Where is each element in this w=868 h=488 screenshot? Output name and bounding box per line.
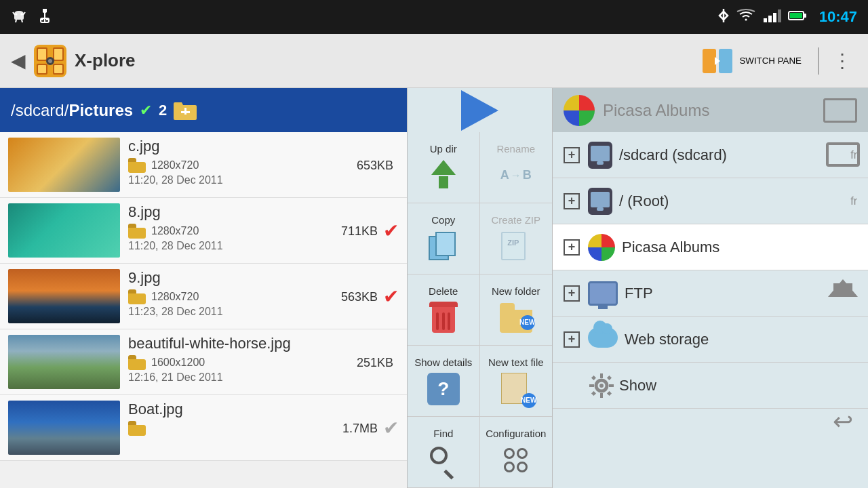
location-item-sdcard[interactable]: + /sdcard (sdcard) fr [553,132,868,178]
list-item[interactable]: c.jpg 868x488 653KB 11:20, 28 Dec 2011 [0,132,407,198]
file-date: 11:20, 28 Dec 2011 [128,240,378,252]
expand-button[interactable]: + [564,147,580,163]
file-size: 653KB [357,159,393,173]
up-dir-button[interactable]: Up dir [408,132,480,203]
nav-bar: ↩ [817,88,868,488]
file-size: 563KB [341,290,378,304]
file-dims: 868x488 [151,291,199,303]
create-zip-button[interactable]: Create ZIP ZIP [480,203,553,274]
copy-label: Copy [431,214,455,226]
file-meta: 1600x1200 251KB [128,355,393,370]
create-zip-icon: ZIP [499,230,533,264]
rename-label: Rename [496,143,535,155]
app-title: X-plore [75,50,694,71]
file-name: 9.jpg [128,269,378,287]
thumbnail [8,401,120,455]
cloud-icon [588,327,618,352]
file-name: c.jpg [128,138,393,155]
file-size: 711KB [341,224,378,239]
svg-rect-38 [607,375,612,380]
file-meta: 868x488 653KB [128,158,393,173]
list-item[interactable]: beautiful-white-horse.jpg 1600x1200 251K… [0,329,407,395]
home-nav-button[interactable] [823,268,863,308]
file-meta: 868x488 563KB [128,289,378,304]
delete-button[interactable]: Delete [408,274,480,346]
svg-rect-13 [804,14,806,18]
svg-rect-16 [38,49,46,60]
new-folder-button[interactable]: New folder NEW [480,274,553,346]
find-button[interactable]: Find [408,417,480,488]
expand-button[interactable]: + [564,193,580,209]
svg-rect-10 [778,9,781,22]
show-details-label: Show details [414,357,472,368]
file-dims: 1600x1200 [151,357,205,369]
file-list: c.jpg 868x488 653KB 11:20, 28 Dec 2011 [0,132,407,488]
pane-resize-icon[interactable] [823,98,857,123]
thumbnail [8,335,120,389]
svg-line-2 [16,20,16,22]
expand-button[interactable]: + [564,239,580,256]
switch-pane-label: SWITCH PANE [739,56,802,66]
svg-rect-32 [600,373,603,378]
new-folder-icon: NEW [499,301,533,335]
location-item-picasa[interactable]: + Picasa Albums [553,224,868,270]
expand-button[interactable]: + [564,285,580,302]
file-date: 11:23, 28 Dec 2011 [128,306,378,318]
svg-point-24 [48,59,52,63]
location-item-webstorage[interactable]: + Web storage [553,317,868,363]
app-icon [34,45,66,77]
window-nav-button[interactable] [823,134,863,175]
path-check: ✔ [140,102,152,119]
svg-rect-25 [703,49,716,73]
svg-rect-18 [54,49,62,60]
switch-pane-icon [703,49,732,73]
svg-rect-39 [591,390,596,395]
picasa-logo [564,95,595,126]
svg-point-31 [599,384,604,388]
delete-label: Delete [429,285,458,297]
list-item[interactable]: 8.jpg 868x488 711KB 11:20, 28 Dec 2011 … [0,198,407,264]
file-info: Boat.jpg 1.7MB [120,401,378,436]
location-item-ftp[interactable]: + FTP [553,270,868,317]
configuration-button[interactable]: Configuration [480,417,553,488]
location-item-show[interactable]: Show [553,363,868,409]
more-button[interactable]: ⋮ [827,44,857,77]
svg-rect-9 [773,13,776,22]
picasa-item-icon [588,234,615,261]
copy-icon [427,230,460,264]
file-date: 12:16, 21 Dec 2011 [128,371,393,384]
app-bar: ◀ X-plore SWITCH PANE ⋮ [0,34,868,88]
path-bar[interactable]: /sdcard/Pictures ✔ 2 [0,88,407,132]
back-nav-button[interactable]: ↩ [823,401,863,442]
path-text: /sdcard/Pictures [11,101,133,120]
android-icon [11,7,27,26]
file-name: Boat.jpg [128,401,378,418]
location-item-root[interactable]: + / (Root) fr [553,178,868,224]
back-button[interactable]: ◀ [11,49,26,72]
time-display: 10:47 [819,8,857,26]
copy-button[interactable]: Copy [408,203,480,274]
path-bold: Pictures [68,101,133,119]
switch-pane-button[interactable]: SWITCH PANE [694,43,810,79]
file-type-icon [128,355,146,370]
location-name: Show [619,377,857,394]
svg-rect-37 [607,390,612,395]
picasa-header: Picasa Albums [553,88,868,132]
location-list: + /sdcard (sdcard) fr + / (Root) fr [553,132,868,409]
signal-icon [762,9,781,25]
show-details-button[interactable]: Show details ? [408,346,480,417]
file-size: 251KB [357,356,393,370]
file-dims: 868x488 [151,159,199,171]
new-text-file-button[interactable]: New text file NEW [480,346,553,417]
list-item[interactable]: 9.jpg 868x488 563KB 11:23, 28 Dec 2011 … [0,264,407,329]
file-type-icon [128,289,146,304]
file-type-icon [128,158,146,173]
location-name: Picasa Albums [622,239,857,256]
expand-button[interactable]: + [564,331,580,348]
root-icon [588,188,612,215]
rename-button[interactable]: Rename A → B [480,132,553,203]
status-bar: 10:47 [0,0,868,34]
find-icon [427,443,460,477]
svg-rect-26 [719,49,732,73]
list-item[interactable]: Boat.jpg 1.7MB ✔ [0,395,407,461]
